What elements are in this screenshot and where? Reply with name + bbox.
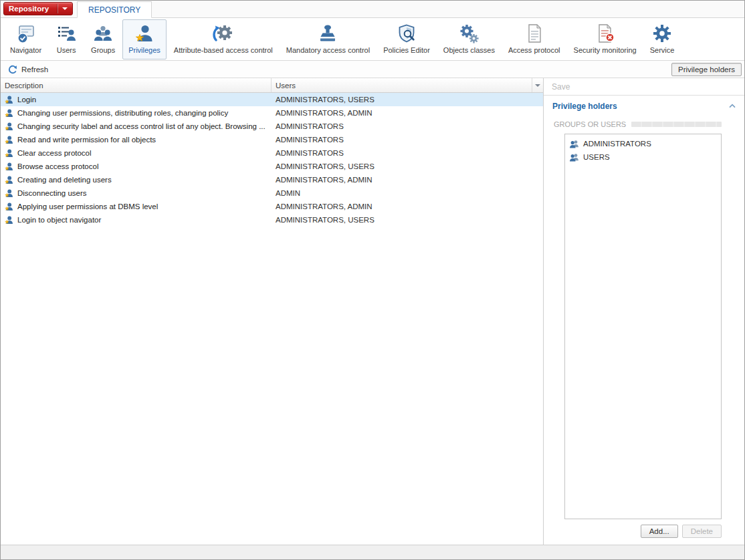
privilege-holders-toggle-label: Privilege holders bbox=[678, 65, 735, 74]
groups-or-users-fieldset: GROUPS OR USERS bbox=[554, 120, 722, 128]
row-users: ADMINISTRATORS, USERS bbox=[272, 216, 543, 224]
table-row[interactable]: Disconnecting users ADMIN bbox=[1, 186, 543, 200]
column-header-label: Users bbox=[276, 82, 296, 90]
privilege-icon bbox=[4, 122, 14, 132]
groups-icon bbox=[92, 23, 114, 44]
ribbon-label: Security monitoring bbox=[574, 46, 637, 54]
document-icon bbox=[524, 23, 545, 44]
row-users: ADMINISTRATORS, ADMIN bbox=[272, 176, 543, 184]
ribbon-item-policies-editor[interactable]: Policies Editor bbox=[377, 19, 436, 59]
column-header-description[interactable]: Description bbox=[1, 78, 272, 92]
grid-header: Description Users bbox=[1, 78, 543, 93]
row-description: Creating and deleting users bbox=[17, 176, 112, 184]
column-header-label: Description bbox=[5, 82, 43, 90]
row-description: Read and write permission for all object… bbox=[17, 136, 156, 144]
ribbon-item-mandatory-access-control[interactable]: Mandatory access control bbox=[280, 19, 376, 59]
column-header-users[interactable]: Users bbox=[272, 78, 532, 92]
row-users: ADMIN bbox=[272, 189, 543, 197]
gears-icon bbox=[458, 23, 480, 44]
tab-repository[interactable]: REPOSITORY bbox=[77, 1, 152, 18]
panel-buttons: Add... Delete bbox=[544, 519, 744, 545]
group-icon bbox=[569, 139, 579, 149]
ribbon-label: Users bbox=[57, 46, 76, 54]
privilege-icon bbox=[4, 148, 14, 158]
ribbon-label: Navigator bbox=[10, 46, 41, 54]
group-icon bbox=[569, 152, 579, 162]
row-users: ADMINISTRATORS, ADMIN bbox=[272, 202, 543, 211]
navigator-icon bbox=[15, 23, 37, 44]
member-name: ADMINISTRATORS bbox=[583, 140, 651, 148]
users-icon bbox=[56, 23, 77, 44]
ribbon-label: Privileges bbox=[128, 46, 161, 54]
table-row[interactable]: Changing user permissions, distributing … bbox=[1, 106, 543, 120]
privilege-holders-panel: Save Privilege holders GROUPS OR USERS A… bbox=[544, 78, 744, 545]
row-users: ADMINISTRATORS, USERS bbox=[272, 96, 543, 104]
save-button-disabled: Save bbox=[544, 78, 744, 96]
privilege-holders-toggle-button[interactable]: Privilege holders bbox=[671, 63, 742, 76]
row-users: ADMINISTRATORS, USERS bbox=[272, 162, 543, 170]
collapse-icon[interactable] bbox=[729, 104, 736, 108]
ribbon-item-privileges[interactable]: Privileges bbox=[122, 19, 167, 59]
ribbon-item-attribute-based-access-control[interactable]: Attribute-based access control bbox=[168, 19, 279, 59]
row-description: Changing user permissions, distributing … bbox=[17, 109, 228, 117]
refresh-icon bbox=[8, 65, 17, 74]
panel-title: Privilege holders bbox=[552, 102, 617, 111]
row-users: ADMINISTRATORS bbox=[272, 149, 543, 157]
member-item[interactable]: USERS bbox=[565, 150, 721, 164]
panel-header: Privilege holders bbox=[544, 96, 744, 116]
ribbon-label: Attribute-based access control bbox=[174, 46, 273, 54]
table-row[interactable]: Clear access protocol ADMINISTRATORS bbox=[1, 146, 543, 160]
table-row[interactable]: Creating and deleting users ADMINISTRATO… bbox=[1, 173, 543, 186]
ribbon-item-security-monitoring[interactable]: Security monitoring bbox=[568, 19, 643, 59]
ribbon-label: Groups bbox=[91, 46, 115, 54]
row-users: ADMINISTRATORS bbox=[272, 136, 543, 144]
ribbon-item-objects-classes[interactable]: Objects classes bbox=[437, 19, 501, 59]
chevron-down-icon bbox=[62, 7, 68, 10]
chevron-down-icon bbox=[535, 84, 540, 87]
table-row[interactable]: Login to object navigator ADMINISTRATORS… bbox=[1, 213, 543, 227]
stamp-icon bbox=[317, 23, 338, 44]
table-row[interactable]: Read and write permission for all object… bbox=[1, 133, 543, 146]
document-error-icon bbox=[595, 23, 616, 44]
add-button[interactable]: Add... bbox=[641, 525, 678, 538]
row-description: Login to object navigator bbox=[17, 216, 101, 224]
refresh-button[interactable]: Refresh bbox=[3, 63, 53, 76]
groups-or-users-label: GROUPS OR USERS bbox=[554, 120, 626, 128]
refresh-label: Refresh bbox=[21, 65, 48, 74]
bottom-strip bbox=[1, 545, 744, 559]
member-name: USERS bbox=[583, 153, 610, 161]
repository-menu-label: Repository bbox=[9, 5, 52, 13]
table-row[interactable]: Browse access protocol ADMINISTRATORS, U… bbox=[1, 160, 543, 173]
users-column-menu-button[interactable] bbox=[532, 78, 543, 92]
ribbon-item-navigator[interactable]: Navigator bbox=[4, 19, 47, 59]
save-label: Save bbox=[552, 82, 570, 92]
row-users: ADMINISTRATORS bbox=[272, 122, 543, 130]
shield-magnifier-icon bbox=[396, 23, 417, 44]
delete-button: Delete bbox=[682, 525, 722, 538]
ribbon-label: Service bbox=[650, 46, 675, 54]
members-listbox[interactable]: ADMINISTRATORS USERS bbox=[564, 134, 722, 519]
fieldset-divider bbox=[631, 122, 722, 127]
ribbon-item-users[interactable]: Users bbox=[49, 19, 84, 59]
ribbon-label: Mandatory access control bbox=[286, 46, 370, 54]
ribbon-item-service[interactable]: Service bbox=[644, 19, 681, 59]
privilege-icon bbox=[4, 108, 14, 118]
attribute-access-icon bbox=[213, 23, 234, 44]
member-item[interactable]: ADMINISTRATORS bbox=[565, 137, 721, 150]
table-row[interactable]: Applying user permissions at DBMS level … bbox=[1, 200, 543, 213]
table-row[interactable]: Login ADMINISTRATORS, USERS bbox=[1, 93, 543, 106]
privilege-icon bbox=[4, 188, 14, 198]
row-description: Clear access protocol bbox=[17, 149, 92, 157]
privilege-icon bbox=[4, 215, 14, 225]
ribbon-label: Access protocol bbox=[508, 46, 560, 54]
table-row[interactable]: Changing security label and access contr… bbox=[1, 120, 543, 133]
ribbon-item-access-protocol[interactable]: Access protocol bbox=[502, 19, 566, 59]
privileges-grid: Description Users Login ADMINISTRATORS, … bbox=[1, 78, 544, 545]
row-description: Disconnecting users bbox=[17, 189, 87, 197]
row-description: Changing security label and access contr… bbox=[17, 122, 265, 130]
ribbon-item-groups[interactable]: Groups bbox=[85, 19, 121, 59]
privilege-icon bbox=[4, 162, 14, 172]
row-description: Applying user permissions at DBMS level bbox=[17, 202, 158, 211]
repository-menu-button[interactable]: Repository bbox=[3, 2, 73, 15]
privilege-icon bbox=[4, 135, 14, 145]
